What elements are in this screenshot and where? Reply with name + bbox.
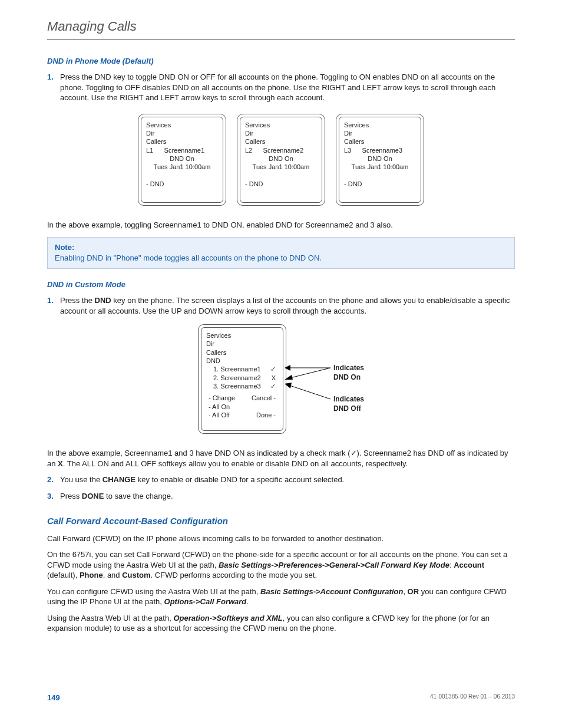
text: . <box>246 597 249 606</box>
mode-name: Phone <box>80 571 103 579</box>
text: , <box>403 587 407 596</box>
screen-line-account: L3 Screenname3 <box>344 146 416 154</box>
screen-text: Services <box>344 121 416 129</box>
body-text: On the 6757i, you can set Call Forward (… <box>47 549 515 581</box>
text: . The ALL ON and ALL OFF softkeys allow … <box>63 459 408 468</box>
callout-text: DND On <box>333 373 364 382</box>
dnd-status: DND On <box>245 154 317 163</box>
key-name: DONE <box>82 492 104 500</box>
page-number: 149 <box>47 693 60 703</box>
text: , and <box>103 571 123 579</box>
screen-line-account: L2 Screenname2 <box>245 146 317 154</box>
screen-text: Callers <box>245 137 317 146</box>
screen-text: Dir <box>245 129 317 137</box>
svg-marker-1 <box>285 365 290 371</box>
text: Using the Aastra Web UI at the path, <box>47 614 173 622</box>
account-row: 1. Screenname1 ✓ <box>206 365 278 373</box>
callout-text: Indicates <box>333 363 364 373</box>
text: You can configure CFWD using the Aastra … <box>47 587 260 596</box>
step-number: 2. <box>47 475 54 485</box>
text: Press <box>60 492 82 500</box>
page-title: Managing Calls <box>47 18 515 39</box>
svg-marker-3 <box>285 375 293 380</box>
account-label: 1. Screenname1 <box>209 365 261 373</box>
revision-text: 41-001385-00 Rev 01 – 06.2013 <box>430 693 515 703</box>
key-name: CHANGE <box>103 475 135 484</box>
softkey-row: - All Off Done - <box>206 411 278 419</box>
screenname: Screenname1 <box>164 147 205 154</box>
check-icon: ✓ <box>270 382 276 390</box>
callouts: Indicates DND On Indicates DND Off <box>333 324 364 425</box>
body-text: In the above example, toggling Screennam… <box>47 220 515 230</box>
dnd-status: DND On <box>146 154 218 163</box>
arrow-icon <box>285 362 332 380</box>
x-icon: X <box>272 374 276 382</box>
softkey-cancel: Cancel - <box>252 394 276 402</box>
callout-dnd-on: Indicates DND On <box>333 363 364 382</box>
screenname: Screenname3 <box>362 147 403 154</box>
screen-text: DND <box>206 357 278 365</box>
screen-text: Services <box>206 331 278 340</box>
mode-name: Custom <box>122 571 150 579</box>
screen-text: Dir <box>344 129 416 137</box>
step-1-phone-mode: 1. Press the DND key to toggle DND ON or… <box>47 72 515 103</box>
ui-path: Basic Settings->Preferences->General->Ca… <box>219 561 449 569</box>
text: to save the change. <box>104 492 173 500</box>
svg-line-2 <box>288 368 330 378</box>
x-icon: X <box>58 459 63 468</box>
callout-text: DND Off <box>333 404 364 413</box>
screen-text: Callers <box>344 137 416 146</box>
callout-text: Indicates <box>333 394 364 404</box>
page-footer: 149 41-001385-00 Rev 01 – 06.2013 <box>47 693 515 703</box>
softkey: - DND <box>344 180 416 188</box>
softkey-alloff: - All Off <box>209 411 230 419</box>
step-2-custom-mode: 2. You use the CHANGE key to enable or d… <box>47 475 515 485</box>
step-number: 3. <box>47 491 54 502</box>
screen-text: Callers <box>206 348 278 357</box>
subhead-dnd-custom-mode: DND in Custom Mode <box>47 279 515 290</box>
text: OR <box>408 587 419 596</box>
account-row: 3. Screenname3 ✓ <box>206 382 278 390</box>
account-label: 3. Screenname3 <box>209 382 261 390</box>
ui-path: Options->Call Forward <box>164 597 247 606</box>
check-icon: ✓ <box>351 449 357 457</box>
phone-screen-custom: Services Dir Callers DND 1. Screenname1 … <box>198 324 286 434</box>
subhead-dnd-phone-mode: DND in Phone Mode (Default) <box>47 56 515 67</box>
body-text: You can configure CFWD using the Aastra … <box>47 587 515 607</box>
step-1-custom-mode: 1. Press the DND key on the phone. The s… <box>47 295 515 316</box>
screen-text: Callers <box>146 137 218 146</box>
step-text: Press DONE to save the change. <box>60 492 173 500</box>
check-icon: ✓ <box>270 365 276 373</box>
phone-screen: Services Dir Callers L1 Screenname1 DND … <box>138 114 226 206</box>
step-number: 1. <box>47 295 54 306</box>
account-label: 2. Screenname2 <box>209 374 261 382</box>
phone-screen: Services Dir Callers L2 Screenname2 DND … <box>237 114 325 206</box>
screen-text: Dir <box>146 129 218 137</box>
body-text: Using the Aastra Web UI at the path, Ope… <box>47 613 515 634</box>
screen-line-account: L1 Screenname1 <box>146 146 218 154</box>
mode-name: Account <box>454 561 484 569</box>
phone-mode-screens: Services Dir Callers L1 Screenname1 DND … <box>47 114 515 206</box>
text: Press the <box>60 296 95 305</box>
svg-line-4 <box>288 385 330 399</box>
timestamp: Tues Jan1 10:00am <box>245 163 317 171</box>
note-label: Note: <box>55 242 507 253</box>
softkey-allon: - All On <box>209 403 230 411</box>
svg-marker-5 <box>285 383 292 388</box>
text: key on the phone. The screen displays a … <box>60 296 510 315</box>
note-body: Enabling DND in "Phone" mode toggles all… <box>55 253 507 263</box>
timestamp: Tues Jan1 10:00am <box>146 163 218 171</box>
softkey: - DND <box>245 180 317 188</box>
step-3-custom-mode: 3. Press DONE to save the change. <box>47 491 515 502</box>
text: (default), <box>47 571 80 579</box>
line-id: L3 <box>344 147 351 154</box>
text: . CFWD performs according to the mode yo… <box>151 571 318 579</box>
softkey-done: Done - <box>256 411 276 419</box>
screen-text: Services <box>245 121 317 129</box>
ui-path: Operation->Softkeys and XML <box>173 614 282 622</box>
phone-screen: Services Dir Callers L3 Screenname3 DND … <box>336 114 424 206</box>
text: key to enable or disable DND for a speci… <box>135 475 344 484</box>
dnd-status: DND On <box>344 154 416 163</box>
softkey: - DND <box>146 180 218 188</box>
screen-text: Dir <box>206 340 278 348</box>
